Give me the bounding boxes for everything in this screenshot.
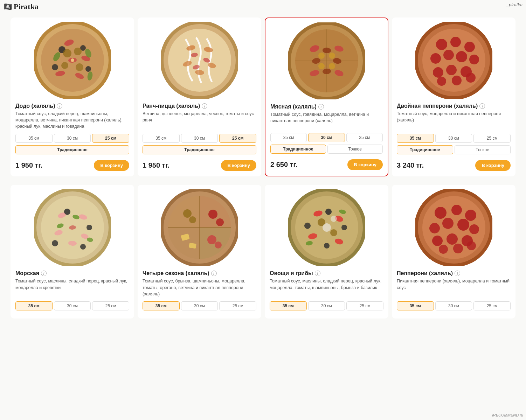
size-btn-ranch-25см[interactable]: 25 см: [219, 134, 256, 143]
pizza-name-veggie: Овощи и грибы i: [270, 270, 383, 276]
svg-point-48: [450, 37, 461, 47]
crust-btn-double-pepperoni-Традиционное[interactable]: Традиционное: [397, 145, 453, 154]
size-btn-sea-25см[interactable]: 25 см: [92, 301, 129, 310]
svg-point-49: [464, 42, 475, 52]
svg-point-59: [466, 73, 476, 83]
size-btn-dodo-25см[interactable]: 25 см: [92, 134, 129, 143]
svg-point-97: [330, 229, 337, 236]
price-ranch: 1 950 тг.: [143, 161, 169, 169]
size-btn-4seasons-30см[interactable]: 30 см: [181, 301, 218, 310]
pizza-desc-sea: Томатный соус, маслины, сладкий перец, к…: [15, 278, 129, 297]
size-btn-veggie-30см[interactable]: 30 см: [308, 301, 345, 310]
size-btn-sea-35см[interactable]: 35 см: [15, 301, 53, 310]
pizza-name-meat: Мясная (халяль) i: [270, 104, 383, 110]
svg-point-95: [324, 243, 330, 248]
size-btn-double-pepperoni-25см[interactable]: 25 см: [473, 134, 511, 143]
size-btn-4seasons-35см[interactable]: 35 см: [143, 301, 180, 310]
pizza-image-sea: [15, 189, 129, 266]
pizza-name-pepperoni-halal: Пепперони (халяль) i: [397, 270, 511, 276]
price-row-meat: 2 650 тг.В корзину: [270, 159, 383, 170]
svg-point-14: [76, 63, 83, 71]
info-icon-pepperoni-halal[interactable]: i: [455, 271, 460, 276]
svg-point-80: [183, 209, 192, 218]
size-btn-dodo-30см[interactable]: 30 см: [54, 134, 91, 143]
pizza-desc-ranch: Ветчина, цыпленок, моцарелла, чеснок, то…: [143, 111, 256, 130]
svg-point-5: [85, 66, 91, 72]
size-btn-ranch-35см[interactable]: 35 см: [143, 134, 180, 143]
pizza-card-ranch: Ранч-пицца (халяль) iВетчина, цыпленок, …: [138, 18, 261, 176]
svg-point-54: [433, 67, 443, 78]
pizza-desc-dodo: Томатный соус, сладкий перец, шампиньоны…: [15, 111, 129, 130]
info-icon-double-pepperoni[interactable]: i: [479, 103, 485, 109]
size-btn-veggie-35см[interactable]: 35 см: [270, 301, 307, 310]
size-btn-dodo-35см[interactable]: 35 см: [15, 134, 53, 143]
size-btn-pepperoni-halal-25см[interactable]: 25 см: [473, 301, 511, 310]
pirate-icon: 🏴‍☠️: [4, 2, 12, 11]
add-to-cart-ranch[interactable]: В корзину: [221, 160, 256, 171]
pizza-card-4seasons: Четыре сезона (халяль) iТоматный соус, б…: [138, 185, 261, 318]
add-to-cart-dodo[interactable]: В корзину: [94, 160, 129, 171]
svg-point-78: [208, 210, 217, 219]
svg-point-43: [318, 63, 325, 69]
size-buttons-meat: 35 см30 см25 см: [270, 133, 383, 142]
svg-point-92: [325, 209, 332, 215]
size-btn-sea-30см[interactable]: 30 см: [54, 301, 91, 310]
pizza-image-double-pepperoni: [397, 22, 511, 99]
svg-point-109: [457, 219, 469, 231]
site-label: _piratka: [506, 2, 522, 7]
pizza-name-sea: Морская i: [15, 270, 129, 276]
crust-btn-meat-Тонкое[interactable]: Тонкое: [327, 145, 383, 154]
crust-buttons-dodo: Традиционное: [15, 145, 129, 154]
pizza-image-meat: [270, 22, 383, 99]
svg-point-104: [435, 207, 447, 219]
pizza-card-sea: Морская iТоматный соус, маслины, сладкий…: [11, 185, 134, 318]
info-icon-veggie[interactable]: i: [315, 271, 320, 276]
crust-btn-dodo-Традиционное[interactable]: Традиционное: [15, 145, 129, 154]
pizza-desc-pepperoni-halal: Пикантная пепперони (халяль), моцарелла …: [397, 278, 511, 297]
size-btn-veggie-25см[interactable]: 25 см: [346, 301, 383, 310]
info-icon-meat[interactable]: i: [318, 104, 324, 110]
svg-point-115: [453, 244, 463, 253]
size-btn-4seasons-25см[interactable]: 25 см: [219, 301, 256, 310]
price-row-double-pepperoni: 3 240 тг.В корзину: [397, 160, 511, 171]
info-icon-dodo[interactable]: i: [57, 103, 62, 109]
crust-btn-double-pepperoni-Тонкое[interactable]: Тонкое: [455, 145, 511, 154]
size-btn-meat-30см[interactable]: 30 см: [308, 133, 345, 142]
pizza-card-pepperoni-halal: Пепперони (халяль) iПикантная пепперони …: [392, 185, 515, 318]
svg-point-107: [429, 223, 440, 233]
svg-point-106: [465, 210, 476, 221]
svg-point-68: [86, 225, 92, 230]
svg-point-82: [207, 235, 216, 244]
info-icon-4seasons[interactable]: i: [211, 271, 217, 276]
size-btn-double-pepperoni-30см[interactable]: 30 см: [435, 134, 472, 143]
info-icon-sea[interactable]: i: [41, 271, 47, 276]
pizza-card-double-pepperoni: Двойная пепперони (халяль) iТоматный соу…: [392, 18, 515, 176]
pizza-name-dodo: Додо (халяль) i: [15, 103, 129, 109]
pizza-desc-double-pepperoni: Томатный соус, моцарелла и пикантная пеп…: [397, 111, 511, 130]
size-btn-meat-25см[interactable]: 25 см: [346, 133, 383, 142]
svg-point-108: [442, 218, 454, 229]
crust-btn-ranch-Традиционное[interactable]: Традиционное: [143, 145, 256, 154]
svg-point-44: [329, 63, 335, 69]
add-to-cart-meat[interactable]: В корзину: [347, 159, 383, 170]
svg-point-42: [329, 52, 335, 59]
size-btn-pepperoni-halal-35см[interactable]: 35 см: [397, 301, 434, 310]
size-btn-meat-35см[interactable]: 35 см: [270, 133, 307, 142]
pizza-image-ranch: [143, 22, 256, 99]
svg-point-110: [469, 224, 479, 234]
recommend-label: iRECOMMEND.ru: [492, 413, 523, 417]
svg-point-47: [436, 39, 447, 50]
crust-btn-meat-Традиционное[interactable]: Традиционное: [270, 145, 326, 154]
size-btn-double-pepperoni-35см[interactable]: 35 см: [397, 134, 434, 143]
svg-point-93: [341, 225, 347, 230]
size-btn-pepperoni-halal-30см[interactable]: 30 см: [435, 301, 472, 310]
pizza-desc-veggie: Томатный соус, маслины, сладкий перец, к…: [270, 278, 383, 297]
info-icon-ranch[interactable]: i: [202, 103, 207, 109]
svg-point-67: [64, 209, 70, 215]
crust-buttons-ranch: Традиционное: [143, 145, 256, 154]
add-to-cart-double-pepperoni[interactable]: В корзину: [475, 160, 511, 171]
svg-point-50: [430, 53, 441, 64]
size-buttons-pepperoni-halal: 35 см30 см25 см: [397, 301, 511, 310]
price-row-dodo: 1 950 тг.В корзину: [15, 160, 129, 171]
size-btn-ranch-30см[interactable]: 30 см: [181, 134, 218, 143]
